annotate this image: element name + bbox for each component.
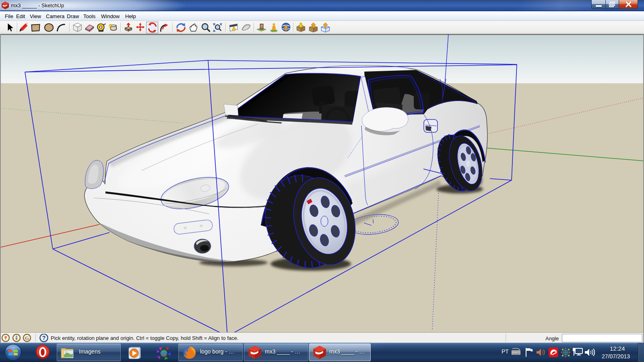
svg-text:G: G [25,335,29,341]
svg-text:?: ? [42,335,46,341]
